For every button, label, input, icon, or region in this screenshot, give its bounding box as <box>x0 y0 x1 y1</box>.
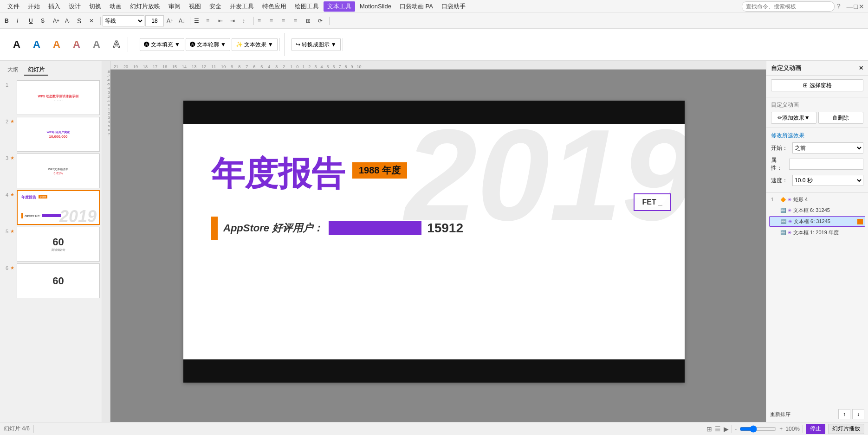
minimize-icon[interactable]: — <box>847 3 853 10</box>
menu-slideshow[interactable]: 幻灯片放映 <box>126 1 164 12</box>
font-size-up[interactable]: A↑ <box>165 15 176 27</box>
help-icon: ？ <box>836 2 842 11</box>
slide-thumb-4[interactable]: 2019 年度报告 1988 AppStore 好评: <box>17 190 100 225</box>
text-direction[interactable]: ⟳ <box>316 15 327 27</box>
slideshow-view-icon[interactable]: ▶ <box>724 425 729 433</box>
font-size-input[interactable] <box>145 15 164 26</box>
text-style-outline[interactable]: A <box>107 37 126 52</box>
menu-security[interactable]: 安全 <box>206 1 225 12</box>
stop-button[interactable]: 停止 <box>806 424 825 434</box>
reorder-up-button[interactable]: ↑ <box>838 409 850 419</box>
underline-button[interactable]: U <box>27 15 38 27</box>
anim-item-2[interactable]: 🔤 ✳ 文本框 6: 31245 <box>769 205 865 215</box>
menu-pocket-helper[interactable]: 口袋助手 <box>438 1 469 12</box>
text-style-gradient[interactable]: A <box>67 37 86 52</box>
slide-item-4[interactable]: 4 ★ 2019 年度报告 1988 AppStore 好评: <box>2 190 100 225</box>
menu-start[interactable]: 开始 <box>24 1 44 12</box>
outline-view-icon[interactable]: ☰ <box>715 425 721 433</box>
slide-thumb-2[interactable]: WPS日活用户突破 10,000,000 <box>17 117 100 152</box>
text-style-orange[interactable]: A <box>47 37 66 52</box>
right-panel-close[interactable]: ✕ <box>859 65 863 71</box>
text-outline-button[interactable]: 🅐 文本轮廓 ▼ <box>186 38 230 51</box>
superscript-button[interactable]: A+ <box>51 15 62 27</box>
align-right[interactable]: ≡ <box>280 15 291 27</box>
indent-left[interactable]: ⇤ <box>216 15 227 27</box>
anim-item-3[interactable]: 🔤 ✳ 文本框 6: 31245 <box>769 216 865 227</box>
add-effect-button[interactable]: ✏ 添加效果 ▼ <box>771 112 816 124</box>
start-select[interactable]: 之前 <box>792 142 863 154</box>
column-layout[interactable]: ⊞ <box>304 15 315 27</box>
menu-review[interactable]: 审阅 <box>165 1 184 12</box>
slide-item-3[interactable]: 3 ★ WPS文件崩溃率 0.01% <box>2 154 100 188</box>
search-input[interactable] <box>742 1 835 12</box>
slides-tab[interactable]: 幻灯片 <box>24 65 48 76</box>
slide-thumb-6[interactable]: 60 <box>17 263 100 298</box>
slide-item-6[interactable]: 6 ★ 60 <box>2 263 100 298</box>
align-justify[interactable]: ≡ <box>292 15 303 27</box>
anim-item-4[interactable]: 🔤 ✳ 文本框 1: 2019 年度 <box>769 228 865 237</box>
zoom-slider[interactable] <box>739 425 777 433</box>
slide-thumb-5[interactable]: 60 商试倒计时 <box>17 227 100 262</box>
italic-button[interactable]: I <box>15 15 26 27</box>
slide-item-5[interactable]: 5 ★ 60 商试倒计时 <box>2 227 100 262</box>
text-style-light[interactable]: A <box>87 37 106 52</box>
anim-item-1[interactable]: 1 🔶 ✳ 矩形 4 <box>769 195 865 205</box>
thumb3-text: WPS文件崩溃率 <box>48 167 69 172</box>
slide-year-badge[interactable]: 1988 年度 <box>352 162 407 179</box>
subscript-button[interactable]: A- <box>63 15 74 27</box>
slide-thumb-1[interactable]: WPS 动态数字演试体验示例 · · · · · · <box>17 80 100 115</box>
speed-select[interactable]: 10.0 秒 <box>792 175 863 186</box>
menu-file[interactable]: 文件 <box>4 1 23 12</box>
menu-insert[interactable]: 插入 <box>45 1 64 12</box>
menu-motionslide[interactable]: MotionSlide <box>356 2 395 11</box>
align-left[interactable]: ≡ <box>256 15 267 27</box>
maximize-icon[interactable]: □ <box>854 3 858 10</box>
add-effect-chevron: ▼ <box>804 115 810 121</box>
menu-animation[interactable]: 动画 <box>106 1 125 12</box>
text-style-black[interactable]: A <box>7 37 26 52</box>
select-pane-button[interactable]: ⊞ 选择窗格 <box>771 79 863 91</box>
slide-item-2[interactable]: 2 ★ WPS日活用户突破 10,000,000 <box>2 117 100 152</box>
outline-tab[interactable]: 大纲 <box>4 65 22 76</box>
menu-special[interactable]: 特色应用 <box>259 1 290 12</box>
delete-effect-button[interactable]: 🗑 删除 <box>818 112 864 124</box>
zoom-out-icon[interactable]: - <box>735 426 737 432</box>
reorder-down-button[interactable]: ↓ <box>852 409 864 419</box>
strikethrough-button[interactable]: S <box>39 15 50 27</box>
line-spacing[interactable]: ↕ <box>240 15 252 27</box>
slide-main[interactable]: 2019 年度报告 1988 年度 AppStore 好评用户： 15912 F… <box>183 101 685 383</box>
property-input[interactable] <box>789 159 863 170</box>
menu-design[interactable]: 设计 <box>65 1 84 12</box>
play-slideshow-button[interactable]: 幻灯片播放 <box>828 424 864 434</box>
indent-right[interactable]: ⇥ <box>228 15 240 27</box>
font-name-select[interactable]: 等线 <box>103 15 144 26</box>
align-center[interactable]: ≡ <box>268 15 279 27</box>
speed-label: 速度： <box>771 177 790 185</box>
shadow-button[interactable]: S <box>75 15 86 27</box>
menu-text-tool[interactable]: 文本工具 <box>324 1 355 12</box>
slide-appstore-label[interactable]: AppStore 好评用户： <box>223 221 323 235</box>
menu-dev[interactable]: 开发工具 <box>226 1 258 12</box>
bold-button[interactable]: B <box>3 15 14 27</box>
slide-item-1[interactable]: 1 WPS 动态数字演试体验示例 · · · · · · <box>2 80 100 115</box>
text-fill-button[interactable]: 🅐 文本填充 ▼ <box>140 38 184 51</box>
slide-appstore-count[interactable]: 15912 <box>427 221 463 236</box>
menu-pocket-anim[interactable]: 口袋动画 PA <box>396 1 437 12</box>
text-style-blue[interactable]: A <box>27 37 46 52</box>
menu-draw[interactable]: 绘图工具 <box>291 1 323 12</box>
normal-view-icon[interactable]: ⊞ <box>706 425 712 433</box>
menu-view[interactable]: 视图 <box>185 1 205 12</box>
close-icon[interactable]: ✕ <box>859 3 864 10</box>
zoom-in-icon[interactable]: + <box>779 426 783 432</box>
fet-textbox[interactable]: FET _ <box>634 193 671 211</box>
menu-switch[interactable]: 切换 <box>85 1 105 12</box>
ribbon-content: A A A A A A 🅐 文本填充 ▼ 🅐 文本轮廓 ▼ ✨ 文本效果 ▼ <box>0 29 868 60</box>
slide-thumb-3[interactable]: WPS文件崩溃率 0.01% <box>17 154 100 188</box>
font-size-down[interactable]: A↓ <box>177 15 188 27</box>
clear-format-button[interactable]: ✕ <box>87 15 98 27</box>
text-effect-button[interactable]: ✨ 文本效果 ▼ <box>232 38 278 51</box>
numbered-list-button[interactable]: ≡ <box>204 15 215 27</box>
convert-button[interactable]: ↪ 转换成图示 ▼ <box>291 38 341 51</box>
bullet-list-button[interactable]: ☰ <box>192 15 203 27</box>
slide-title-text[interactable]: 年度报告 <box>211 152 345 196</box>
